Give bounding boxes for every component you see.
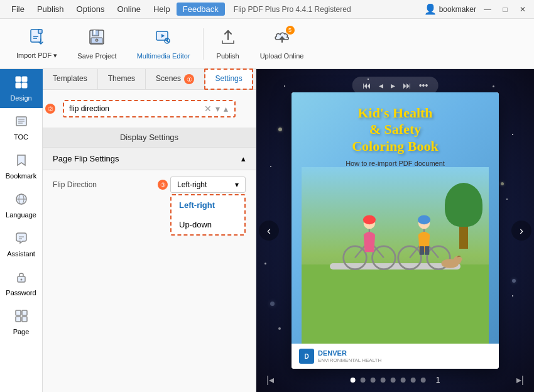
menu-file[interactable]: File bbox=[5, 2, 31, 16]
sidebar-item-page[interactable]: Page bbox=[0, 303, 43, 342]
sidebar-item-design[interactable]: Design bbox=[0, 69, 43, 108]
ctrl-step-forward[interactable]: ▸ bbox=[388, 79, 398, 92]
first-page-button[interactable]: |◂ bbox=[264, 373, 276, 387]
close-button[interactable]: ✕ bbox=[516, 3, 529, 16]
import-pdf-label: Import PDF ▾ bbox=[16, 52, 57, 60]
page-dot-3[interactable] bbox=[371, 378, 376, 383]
multimedia-editor-button[interactable]: Multimedia Editor bbox=[127, 23, 200, 65]
search-input[interactable] bbox=[69, 104, 200, 113]
panel: Templates Themes Scenes ① Settings ② ✕ ▾ bbox=[43, 69, 256, 392]
accordion-collapse-icon: ▴ bbox=[241, 154, 246, 163]
save-project-button[interactable]: Save Project bbox=[67, 23, 126, 65]
upload-online-button[interactable]: 5 Upload Online bbox=[250, 23, 314, 65]
menu-help[interactable]: Help bbox=[147, 2, 177, 16]
page-dot-8[interactable] bbox=[421, 378, 426, 383]
bookmark-label: Bookmark bbox=[6, 172, 37, 180]
page-label: Page bbox=[13, 328, 30, 335]
preview-controls: ⏮ ◂ ▸ ⏭ ••• bbox=[352, 77, 439, 94]
title-bar-right: 👤 bookmaker — □ ✕ bbox=[424, 3, 529, 16]
svg-point-22 bbox=[343, 246, 366, 270]
app-title: Flip PDF Plus Pro 4.4.1 Registered bbox=[234, 5, 351, 14]
upload-online-icon: 5 bbox=[273, 28, 291, 50]
page-icon bbox=[14, 309, 28, 326]
prev-page-button[interactable]: ‹ bbox=[259, 220, 279, 241]
publish-button[interactable]: Publish bbox=[206, 23, 250, 65]
bottom-nav-left: |◂ bbox=[264, 373, 276, 387]
menu-online[interactable]: Online bbox=[111, 2, 147, 16]
import-pdf-icon bbox=[28, 28, 46, 49]
password-icon bbox=[14, 270, 28, 287]
book-subtitle: How to re-import PDF document bbox=[346, 160, 445, 167]
svg-point-28 bbox=[363, 215, 376, 225]
page-dot-5[interactable] bbox=[391, 378, 396, 383]
sidebar-item-assistant[interactable]: Assistant bbox=[0, 225, 43, 264]
tab-bar: Templates Themes Scenes ① Settings bbox=[43, 69, 256, 90]
search-clear-button[interactable]: ✕ bbox=[203, 104, 213, 114]
svg-point-6 bbox=[95, 39, 98, 41]
svg-point-17 bbox=[20, 279, 22, 281]
ctrl-skip-back[interactable]: ⏮ bbox=[360, 79, 374, 92]
page-dot-4[interactable] bbox=[381, 378, 386, 383]
menu-publish[interactable]: Publish bbox=[31, 2, 70, 16]
sidebar-item-toc[interactable]: TOC bbox=[0, 108, 43, 147]
last-page-button[interactable]: ▸| bbox=[514, 373, 526, 387]
publish-label: Publish bbox=[217, 52, 239, 60]
denver-text: DENVER ENVIRONMENTAL HEALTH bbox=[318, 349, 381, 364]
accordion-title: Page Flip Settings bbox=[53, 154, 119, 163]
import-pdf-button[interactable]: Import PDF ▾ bbox=[6, 23, 67, 65]
left-arrow-icon: ‹ bbox=[267, 224, 271, 237]
toolbar: Import PDF ▾ Save Project Multimedia Edi… bbox=[0, 19, 534, 69]
language-icon bbox=[14, 192, 28, 209]
page-dot-2[interactable] bbox=[361, 378, 366, 383]
svg-rect-36 bbox=[420, 246, 424, 255]
menu-options[interactable]: Options bbox=[70, 2, 111, 16]
upload-badge: 5 bbox=[286, 26, 295, 35]
toc-icon bbox=[14, 114, 28, 131]
search-down-button[interactable]: ▾ bbox=[214, 104, 221, 114]
book-illustration bbox=[302, 167, 489, 344]
maximize-button[interactable]: □ bbox=[499, 3, 511, 16]
save-project-icon bbox=[88, 28, 106, 50]
flip-direction-dropdown-container: ③ Left-right ▾ Left-right Up-down bbox=[170, 177, 246, 193]
minimize-button[interactable]: — bbox=[481, 3, 494, 16]
sidebar-item-password[interactable]: Password bbox=[0, 264, 43, 303]
svg-rect-10 bbox=[22, 77, 27, 82]
dropdown-option-up-down[interactable]: Up-down bbox=[172, 215, 244, 234]
ctrl-skip-forward[interactable]: ⏭ bbox=[400, 79, 414, 92]
dropdown-selected-value: Left-right bbox=[177, 180, 207, 189]
tab-templates[interactable]: Templates bbox=[43, 69, 98, 89]
ctrl-more[interactable]: ••• bbox=[417, 79, 431, 92]
tab-settings[interactable]: Settings bbox=[205, 69, 253, 89]
svg-rect-9 bbox=[16, 77, 21, 82]
user-icon: 👤 bbox=[424, 3, 437, 15]
scenes-badge: ① bbox=[184, 74, 194, 84]
search-up-button[interactable]: ▴ bbox=[222, 104, 229, 114]
dropdown-menu: Left-right Up-down bbox=[170, 194, 246, 236]
flip-direction-dropdown[interactable]: Left-right ▾ bbox=[170, 177, 246, 193]
ctrl-step-back[interactable]: ◂ bbox=[376, 79, 386, 92]
tab-themes[interactable]: Themes bbox=[98, 69, 146, 89]
search-box: ✕ ▾ ▴ bbox=[63, 100, 236, 117]
next-page-button[interactable]: › bbox=[511, 220, 531, 241]
right-arrow-icon: › bbox=[520, 224, 523, 237]
svg-rect-4 bbox=[94, 30, 95, 35]
svg-rect-20 bbox=[16, 317, 21, 322]
menu-feedback[interactable]: Feedback bbox=[177, 3, 225, 16]
book-container: Kid's Health& SafetyColoring Book How to… bbox=[292, 92, 499, 369]
main-layout: Design TOC Bookmark bbox=[0, 69, 534, 392]
bottom-nav-right: ▸| bbox=[514, 373, 526, 387]
tab-scenes[interactable]: Scenes ① bbox=[146, 69, 205, 89]
sidebar-item-bookmark[interactable]: Bookmark bbox=[0, 147, 43, 186]
svg-rect-37 bbox=[425, 246, 429, 255]
page-flip-accordion[interactable]: Page Flip Settings ▴ bbox=[43, 148, 256, 170]
search-badge: ② bbox=[45, 104, 55, 114]
svg-rect-11 bbox=[16, 83, 21, 88]
sidebar-item-language[interactable]: Language bbox=[0, 186, 43, 225]
search-actions: ✕ ▾ ▴ bbox=[203, 104, 229, 114]
svg-point-29 bbox=[398, 246, 422, 270]
svg-rect-12 bbox=[22, 83, 27, 88]
page-dot-6[interactable] bbox=[401, 378, 406, 383]
page-dot-1[interactable] bbox=[351, 378, 356, 383]
dropdown-option-left-right[interactable]: Left-right bbox=[172, 195, 244, 215]
page-dot-7[interactable] bbox=[411, 378, 416, 383]
